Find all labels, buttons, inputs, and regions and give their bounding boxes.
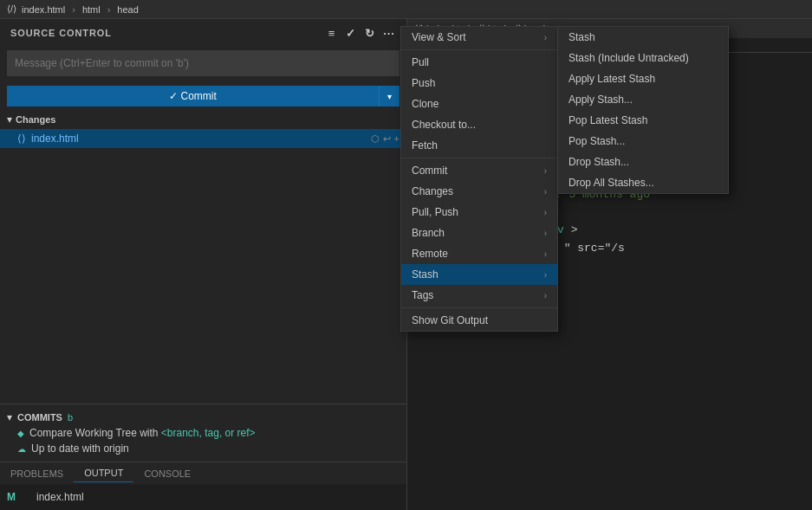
ctx-stash-include-untracked-label: Stash (Include Untracked) xyxy=(568,52,718,64)
ctx-show-git-output[interactable]: Show Git Output xyxy=(401,310,557,331)
ctx-tags-chevron: › xyxy=(544,291,547,300)
file-icon-html: ⟨⟩ xyxy=(17,132,26,145)
ctx-changes-label: Changes xyxy=(412,185,544,197)
commit-button[interactable]: ✓ Commit xyxy=(7,86,379,107)
ctx-fetch-label: Fetch xyxy=(412,139,547,152)
chevron-down-icon: ▾ xyxy=(7,113,12,126)
ctx-clone-label: Clone xyxy=(412,98,547,110)
ctx-divider-1 xyxy=(401,49,557,50)
tab-problems[interactable]: PROBLEMS xyxy=(0,465,74,482)
ctx-remote-label: Remote xyxy=(412,248,544,260)
file-actions: ⬡ ↩ + xyxy=(371,133,400,145)
ctx-pull[interactable]: Pull xyxy=(401,52,557,73)
file-row[interactable]: ⟨⟩ index.html ⬡ ↩ + xyxy=(0,129,406,148)
breadcrumb-html: html xyxy=(82,4,101,15)
breadcrumb-sep1: › xyxy=(72,4,75,15)
commit-dot-icon: ◆ xyxy=(17,429,24,438)
ctx-drop-stash-label: Drop Stash... xyxy=(568,156,718,168)
ctx-pull-push-chevron: › xyxy=(544,208,547,217)
sc-list-icon[interactable]: ≡ xyxy=(325,26,339,40)
sc-check-icon[interactable]: ✓ xyxy=(344,26,358,40)
ctx-clone[interactable]: Clone xyxy=(401,94,557,114)
ctx-push[interactable]: Push xyxy=(401,73,557,94)
commit-text-2: Up to date with origin xyxy=(31,442,129,455)
tab-console[interactable]: CONSOLE xyxy=(133,465,201,482)
ctx-drop-all-stashes[interactable]: Drop All Stashes... xyxy=(558,172,728,193)
ctx-pull-push-label: Pull, Push xyxy=(412,206,544,218)
bottom-content: M index.html xyxy=(0,484,406,510)
bottom-file-name: index.html xyxy=(36,491,84,503)
breadcrumb-file: index.html xyxy=(22,4,65,15)
ctx-branch-chevron: › xyxy=(544,229,547,238)
ctx-pop-stash[interactable]: Pop Stash... xyxy=(558,131,728,152)
ctx-view-sort-label: View & Sort xyxy=(412,31,544,43)
breadcrumb-head: head xyxy=(117,4,138,15)
ctx-stash[interactable]: Stash › xyxy=(401,264,557,285)
ctx-branch-label: Branch xyxy=(412,227,544,239)
ctx-divider-2 xyxy=(401,158,557,158)
commit-cloud-icon: ☁ xyxy=(17,444,26,454)
context-menu-stash: Stash Stash (Include Untracked) Apply La… xyxy=(557,26,729,194)
commit-dropdown-button[interactable]: ▾ xyxy=(379,86,400,107)
file-icon: ⟨/⟩ xyxy=(7,3,16,15)
ctx-fetch[interactable]: Fetch xyxy=(401,135,557,156)
ctx-pull-label: Pull xyxy=(412,56,547,68)
ctx-drop-stash[interactable]: Drop Stash... xyxy=(558,152,728,172)
ctx-remote-chevron: › xyxy=(544,249,547,259)
ctx-remote[interactable]: Remote › xyxy=(401,243,557,264)
stage-icon[interactable]: + xyxy=(394,133,400,145)
ctx-commit-chevron: › xyxy=(544,166,547,176)
sc-more-icon[interactable]: ··· xyxy=(382,26,396,40)
sc-title: SOURCE CONTROL xyxy=(10,28,325,38)
ctx-view-sort[interactable]: View & Sort › xyxy=(401,27,557,48)
ctx-changes[interactable]: Changes › xyxy=(401,181,557,202)
sc-refresh-icon[interactable]: ↻ xyxy=(363,26,377,40)
ctx-pop-stash-label: Pop Stash... xyxy=(568,135,718,147)
sc-header-icons: ≡ ✓ ↻ ··· xyxy=(325,26,396,40)
breadcrumb-sep2: › xyxy=(107,4,111,15)
commit-label: ✓ Commit xyxy=(169,90,217,102)
tab-output[interactable]: OUTPUT xyxy=(74,464,133,482)
ctx-stash-stash[interactable]: Stash xyxy=(558,27,728,48)
ctx-tags[interactable]: Tags › xyxy=(401,285,557,306)
chevron-down-commits-icon: ▾ xyxy=(7,411,12,423)
ctx-stash-label: Stash xyxy=(412,268,544,281)
commits-section: ▾ COMMITS b ◆ Compare Working Tree with … xyxy=(0,403,406,462)
context-menu-main: View & Sort › Pull Push Clone Checkout t… xyxy=(400,26,558,332)
commits-header: ▾ COMMITS b xyxy=(0,410,406,425)
ctx-stash-include-untracked[interactable]: Stash (Include Untracked) xyxy=(558,48,728,68)
ctx-drop-all-stashes-label: Drop All Stashes... xyxy=(568,177,718,189)
commit-item-1[interactable]: ◆ Compare Working Tree with <branch, tag… xyxy=(0,425,406,441)
ctx-branch[interactable]: Branch › xyxy=(401,223,557,243)
ctx-apply-latest-stash-label: Apply Latest Stash xyxy=(568,73,718,85)
ctx-commit-label: Commit xyxy=(412,165,544,177)
open-file-icon[interactable]: ⬡ xyxy=(371,133,380,145)
changes-label: Changes xyxy=(16,114,400,125)
ctx-checkout[interactable]: Checkout to... xyxy=(401,114,557,135)
commit-btn-row: ✓ Commit ▾ xyxy=(0,82,406,110)
ctx-stash-stash-label: Stash xyxy=(568,31,718,43)
commits-title: COMMITS xyxy=(17,412,62,423)
ctx-apply-stash[interactable]: Apply Stash... xyxy=(558,89,728,110)
ctx-commit[interactable]: Commit › xyxy=(401,160,557,181)
bottom-tabs: PROBLEMS OUTPUT CONSOLE xyxy=(0,462,406,484)
commit-message-input[interactable] xyxy=(7,50,400,76)
commit-item-2[interactable]: ☁ Up to date with origin xyxy=(0,441,406,456)
changes-header[interactable]: ▾ Changes xyxy=(0,110,406,129)
file-status-badge: M xyxy=(7,491,16,503)
file-name: index.html xyxy=(31,132,366,145)
ctx-apply-stash-label: Apply Stash... xyxy=(568,94,718,106)
commit-text-1: Compare Working Tree with <branch, tag, … xyxy=(29,427,256,439)
ctx-pop-latest-stash-label: Pop Latest Stash xyxy=(568,114,718,126)
discard-icon[interactable]: ↩ xyxy=(383,133,391,145)
ctx-pop-latest-stash[interactable]: Pop Latest Stash xyxy=(558,110,728,131)
ctx-changes-chevron: › xyxy=(544,187,547,197)
ctx-apply-latest-stash[interactable]: Apply Latest Stash xyxy=(558,68,728,89)
ctx-pull-push[interactable]: Pull, Push › xyxy=(401,202,557,223)
sc-header: SOURCE CONTROL ≡ ✓ ↻ ··· xyxy=(0,19,406,47)
message-input-wrap xyxy=(0,47,406,82)
sidebar: SOURCE CONTROL ≡ ✓ ↻ ··· ✓ Commit ▾ ▾ Ch… xyxy=(0,19,407,510)
ctx-tags-label: Tags xyxy=(412,289,544,301)
ctx-checkout-label: Checkout to... xyxy=(412,119,547,131)
commits-branch: b xyxy=(68,412,73,423)
